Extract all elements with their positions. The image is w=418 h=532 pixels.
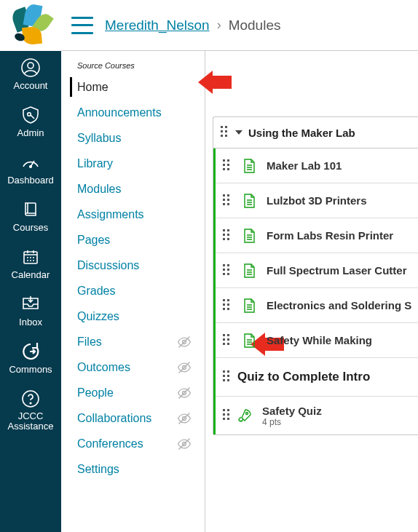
module-header[interactable]: Using the Maker Lab [213, 117, 418, 148]
page-document-icon [242, 333, 256, 348]
module-subheader-title: Quiz to Complete Intro [237, 370, 370, 384]
module-subheader[interactable]: Quiz to Complete Intro [216, 358, 418, 397]
module-item-title: Lulzbot 3D Printers [267, 194, 367, 207]
global-nav-courses[interactable]: Courses [0, 193, 61, 240]
svg-point-3 [30, 166, 32, 168]
module-item-title: Form Labs Resin Printer [267, 229, 393, 242]
drag-handle-icon[interactable] [223, 409, 232, 422]
global-nav-label: JCCC Assistance [0, 411, 61, 432]
module-item-quiz-row[interactable]: Safety Quiz4 pts [216, 397, 418, 434]
course-nav-item-grades[interactable]: Grades [77, 281, 205, 301]
hidden-eye-icon [177, 386, 192, 400]
course-nav-item-announcements[interactable]: Announcements [77, 103, 205, 122]
global-nav-label: Inbox [0, 317, 61, 327]
course-nav-item-discussions[interactable]: Discussions [77, 255, 205, 275]
course-nav-toggle-button[interactable] [71, 17, 93, 34]
global-nav-label: Account [0, 80, 61, 91]
course-nav-item-people[interactable]: People [77, 383, 205, 402]
svg-point-1 [28, 63, 33, 68]
speedometer-icon [0, 151, 61, 173]
course-nav-item-assignments[interactable]: Assignments [77, 205, 205, 224]
drag-handle-icon[interactable] [223, 159, 232, 172]
course-nav-item-home[interactable]: Home [70, 77, 205, 97]
global-nav-dashboard[interactable]: Dashboard [0, 146, 61, 193]
hidden-eye-icon [177, 335, 192, 349]
course-nav-item-quizzes[interactable]: Quizzes [77, 306, 205, 326]
global-nav-label: Courses [0, 222, 61, 233]
module-item-row[interactable]: Electronics and Soldering S [216, 288, 418, 323]
global-nav-commons[interactable]: Commons [0, 335, 61, 382]
course-nav-link[interactable]: Home [77, 81, 109, 94]
collapse-caret-icon[interactable] [235, 130, 242, 135]
drag-handle-icon[interactable] [221, 126, 229, 139]
commons-export-icon [0, 341, 61, 362]
hidden-eye-icon [177, 437, 192, 451]
breadcrumb-separator-icon: › [217, 17, 221, 33]
quiz-rocket-icon [237, 408, 252, 423]
hidden-eye-icon [177, 360, 192, 375]
course-nav-link[interactable]: Pages [77, 234, 110, 247]
course-nav-link[interactable]: Settings [77, 463, 119, 476]
course-nav-link[interactable]: Syllabus [77, 132, 121, 145]
module-item-row[interactable]: Safety While Making [216, 323, 418, 358]
course-nav-section-header: Source Courses [77, 61, 205, 70]
drag-handle-icon[interactable] [223, 370, 232, 384]
drag-handle-icon[interactable] [223, 194, 232, 207]
calendar-icon [0, 246, 61, 268]
quiz-points: 4 pts [262, 417, 322, 427]
global-nav-inbox[interactable]: Inbox [0, 287, 61, 335]
global-nav: Account Admin Dashboard Courses Calendar [0, 0, 61, 532]
course-nav-item-conferences[interactable]: Conferences [77, 434, 205, 453]
global-nav-admin[interactable]: Admin [0, 98, 61, 146]
drag-handle-icon[interactable] [223, 334, 232, 347]
quiz-title: Safety Quiz [262, 405, 322, 417]
course-nav-item-collaborations[interactable]: Collaborations [77, 408, 205, 428]
global-nav-help[interactable]: JCCC Assistance [0, 382, 61, 440]
global-nav-label: Dashboard [0, 175, 61, 186]
course-nav-item-modules[interactable]: Modules [77, 179, 205, 199]
global-nav-calendar[interactable]: Calendar [0, 240, 61, 287]
course-nav-link[interactable]: Quizzes [77, 310, 119, 323]
page-document-icon [242, 263, 256, 278]
course-nav-link[interactable]: Conferences [77, 437, 143, 450]
course-nav-link[interactable]: Modules [77, 183, 121, 196]
module-item-row[interactable]: Maker Lab 101 [216, 148, 418, 183]
breadcrumb-course-link[interactable]: Meredith_Nelson [105, 17, 210, 33]
module-title: Using the Maker Lab [248, 127, 355, 139]
course-nav-item-syllabus[interactable]: Syllabus [77, 128, 205, 148]
module-item-row[interactable]: Lulzbot 3D Printers [216, 183, 418, 218]
drag-handle-icon[interactable] [223, 299, 232, 312]
course-nav-item-settings[interactable]: Settings [77, 459, 205, 479]
course-nav-link[interactable]: Files [77, 336, 102, 349]
course-nav-link[interactable]: People [77, 386, 114, 400]
page-document-icon [242, 194, 256, 208]
module-card: Using the Maker Lab Maker Lab 101Lulzbot… [213, 116, 418, 435]
page-document-icon [242, 159, 256, 173]
module-item-title: Electronics and Soldering S [267, 299, 411, 311]
drag-handle-icon[interactable] [223, 229, 232, 242]
global-nav-label: Calendar [0, 269, 61, 280]
course-nav-link[interactable]: Grades [77, 285, 115, 298]
course-nav-link[interactable]: Library [77, 157, 113, 170]
course-nav-item-outcomes[interactable]: Outcomes [77, 357, 205, 377]
drag-handle-icon[interactable] [223, 264, 232, 277]
global-nav-account[interactable]: Account [0, 51, 61, 98]
course-nav-link[interactable]: Announcements [77, 106, 162, 119]
hidden-eye-icon [177, 411, 192, 426]
course-nav-item-files[interactable]: Files [77, 332, 205, 352]
course-nav-item-library[interactable]: Library [77, 154, 205, 173]
book-icon [0, 199, 61, 221]
page-document-icon [242, 229, 256, 243]
svg-point-17 [246, 413, 248, 415]
course-nav-link[interactable]: Discussions [77, 259, 139, 272]
course-nav-link[interactable]: Collaborations [77, 412, 151, 425]
global-nav-label: Commons [0, 364, 61, 375]
module-item-row[interactable]: Full Spectrum Laser Cutter [216, 253, 418, 288]
course-nav: Source Courses HomeAnnouncementsSyllabus… [61, 51, 205, 532]
global-nav-label: Admin [0, 127, 61, 138]
course-nav-link[interactable]: Assignments [77, 208, 144, 221]
shield-key-icon [0, 104, 61, 126]
course-nav-item-pages[interactable]: Pages [77, 230, 205, 250]
module-item-row[interactable]: Form Labs Resin Printer [216, 218, 418, 253]
course-nav-link[interactable]: Outcomes [77, 361, 130, 374]
